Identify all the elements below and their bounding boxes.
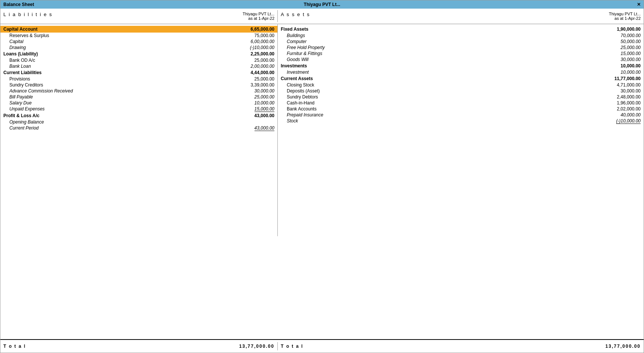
sundry-debtors-row: Sundry Debtors 2,48,000.00 (278, 94, 644, 100)
bill-payable-value: 25,000.00 (255, 94, 274, 100)
advance-commission-value: 30,000.00 (255, 88, 274, 94)
investment-item-value: 10,000.00 (621, 70, 641, 75)
current-period-label: Current Period (9, 125, 39, 131)
bank-accounts-label: Bank Accounts (287, 106, 316, 112)
spacer (0, 236, 644, 340)
salary-due-row: Salary Due 10,000.00 (0, 100, 277, 106)
bank-loan-row: Bank Loan 2,00,000.00 (0, 63, 277, 69)
sundry-creditors-row: Sundry Creditors 3,39,000.00 (0, 82, 277, 88)
goods-will-label: Goods Will (287, 57, 309, 62)
stock-row: Stock (-)10,000.00 (278, 118, 644, 124)
drawing-row: Drawing (-)10,000.00 (0, 45, 277, 51)
current-liabilities-label: Current Liabilities (3, 70, 42, 75)
cash-in-hand-row: Cash-in-Hand 1,96,000.00 (278, 100, 644, 106)
assets-company: Thiyagu PVT Lt... as at 1-Apr-22 (609, 12, 641, 21)
goods-will-value: 30,000.00 (621, 57, 641, 62)
investments-total: 10,000.00 (621, 63, 641, 69)
computer-value: 50,000.00 (621, 39, 641, 44)
unpaid-expenses-label: Unpaid Expenses (9, 106, 45, 112)
current-period-row: Current Period 43,000.00 (0, 125, 277, 131)
liabilities-label: L i a b i l i t i e s (3, 12, 52, 17)
drawing-value: (-)10,000.00 (250, 45, 274, 50)
fixed-assets-total: 1,90,000.00 (617, 27, 641, 32)
capital-row: Capital 6,00,000.00 (0, 39, 277, 45)
buildings-row: Buildings 70,000.00 (278, 33, 644, 39)
provisions-label: Provisions (9, 76, 30, 82)
stock-value: (-)10,000.00 (616, 118, 641, 124)
advance-commission-row: Advance Commission Received 30,000.00 (0, 88, 277, 94)
investments-label: Investments (281, 63, 307, 69)
investment-item-row: Investment 10,000.00 (278, 69, 644, 75)
window-title-left: Balance Sheet (3, 2, 34, 7)
window-title-center: Thiyagu PVT Lt... (304, 2, 340, 7)
sundry-creditors-label: Sundry Creditors (9, 82, 43, 88)
bank-loan-label: Bank Loan (9, 64, 31, 69)
liabilities-total-value: 13,77,000.00 (239, 344, 274, 349)
bank-od-label: Bank OD A/c (9, 58, 35, 63)
capital-account-row: Capital Account 6,65,000.00 (0, 26, 277, 33)
profit-loss-label: Profit & Loss A/c (3, 113, 39, 118)
current-assets-row: Current Assets 11,77,000.00 (278, 75, 644, 82)
sundry-debtors-label: Sundry Debtors (287, 94, 318, 100)
capital-label: Capital (9, 39, 23, 44)
bill-payable-row: Bill Payable 25,000.00 (0, 94, 277, 100)
title-bar: Balance Sheet Thiyagu PVT Lt... ✕ (0, 0, 644, 9)
closing-stock-row: Closing Stock 4,71,000.00 (278, 82, 644, 88)
freehold-property-value: 25,000.00 (621, 45, 641, 50)
main-content: Capital Account 6,65,000.00 Reserves & S… (0, 24, 644, 236)
salary-due-label: Salary Due (9, 100, 31, 106)
profit-loss-row: Profit & Loss A/c 43,000.00 (0, 112, 277, 119)
computer-label: Computer (287, 39, 307, 44)
reserves-label: Reserves & Surplus (9, 33, 49, 38)
current-period-value: 43,000.00 (255, 125, 274, 131)
prepaid-insurance-row: Prepaid Insurance 40,000.00 (278, 112, 644, 118)
assets-total-value: 13,77,000.00 (605, 344, 641, 349)
bank-od-row: Bank OD A/c 25,000.00 (0, 57, 277, 63)
freehold-property-label: Free Hold Property (287, 45, 325, 50)
closing-stock-value: 4,71,000.00 (617, 82, 641, 88)
buildings-value: 70,000.00 (621, 33, 641, 38)
liabilities-company: Thiyagu PVT Lt... as at 1-Apr-22 (243, 12, 274, 21)
provisions-value: 25,000.00 (255, 76, 274, 82)
reserves-row: Reserves & Surplus 75,000.00 (0, 33, 277, 39)
investment-item-label: Investment (287, 70, 309, 75)
loans-label: Loans (Liability) (3, 51, 38, 57)
freehold-property-row: Free Hold Property 25,000.00 (278, 45, 644, 51)
opening-balance-label: Opening Balance (9, 119, 44, 125)
goods-will-row: Goods Will 30,000.00 (278, 57, 644, 63)
deposits-value: 30,000.00 (621, 88, 641, 94)
closing-stock-label: Closing Stock (287, 82, 314, 88)
bill-payable-label: Bill Payable (9, 94, 33, 100)
assets-header: A s s e t s Thiyagu PVT Lt... as at 1-Ap… (278, 10, 644, 22)
reserves-value: 75,000.00 (255, 33, 274, 38)
furnitur-fittings-value: 15,000.00 (621, 51, 641, 56)
advance-commission-label: Advance Commission Received (9, 88, 73, 94)
unpaid-expenses-row: Unpaid Expenses 15,000.00 (0, 106, 277, 112)
close-button[interactable]: ✕ (637, 2, 641, 7)
assets-section: Fixed Assets 1,90,000.00 Buildings 70,00… (278, 24, 644, 236)
capital-account-label: Capital Account (3, 27, 37, 32)
prepaid-insurance-value: 40,000.00 (621, 112, 641, 118)
loans-total: 2,25,000.00 (251, 51, 274, 57)
bank-accounts-value: 2,02,000.00 (617, 106, 641, 112)
prepaid-insurance-label: Prepaid Insurance (287, 112, 323, 118)
liabilities-section: Capital Account 6,65,000.00 Reserves & S… (0, 24, 278, 236)
footer-row: T o t a l 13,77,000.00 T o t a l 13,77,0… (0, 339, 644, 353)
column-headers: L i a b i l i t i e s Thiyagu PVT Lt... … (0, 9, 644, 24)
assets-label: A s s e t s (281, 12, 310, 17)
buildings-label: Buildings (287, 33, 305, 38)
unpaid-expenses-value: 15,000.00 (255, 106, 274, 112)
drawing-label: Drawing (9, 45, 26, 50)
investments-row: Investments 10,000.00 (278, 63, 644, 69)
bank-accounts-row: Bank Accounts 2,02,000.00 (278, 106, 644, 112)
stock-label: Stock (287, 118, 298, 124)
furnitur-fittings-row: Furnitur & Fittings 15,000.00 (278, 51, 644, 57)
footer-assets: T o t a l 13,77,000.00 (278, 342, 644, 350)
salary-due-value: 10,000.00 (255, 100, 274, 106)
capital-account-total: 6,65,000.00 (251, 27, 274, 32)
fixed-assets-label: Fixed Assets (281, 27, 309, 32)
current-assets-total: 11,77,000.00 (614, 76, 641, 81)
bank-od-value: 25,000.00 (255, 58, 274, 63)
footer-liabilities: T o t a l 13,77,000.00 (0, 342, 278, 350)
sundry-creditors-value: 3,39,000.00 (251, 82, 274, 88)
